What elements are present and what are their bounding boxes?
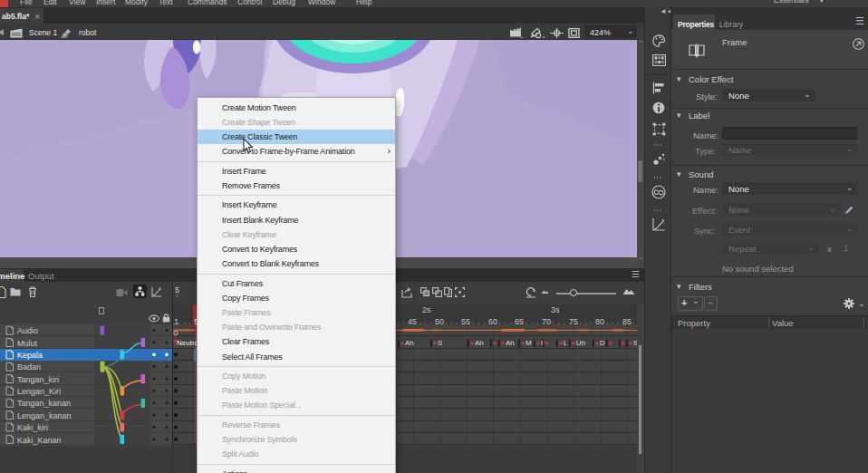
svg-text:Uh: Uh [576,339,585,347]
svg-text:Ah: Ah [475,339,484,347]
svg-text:Ah: Ah [405,339,414,347]
svg-text:S: S [438,339,442,347]
svg-text:D: D [600,339,605,347]
svg-text:Ah: Ah [506,339,515,347]
svg-text:M: M [526,339,532,347]
svg-text:L: L [564,339,568,347]
